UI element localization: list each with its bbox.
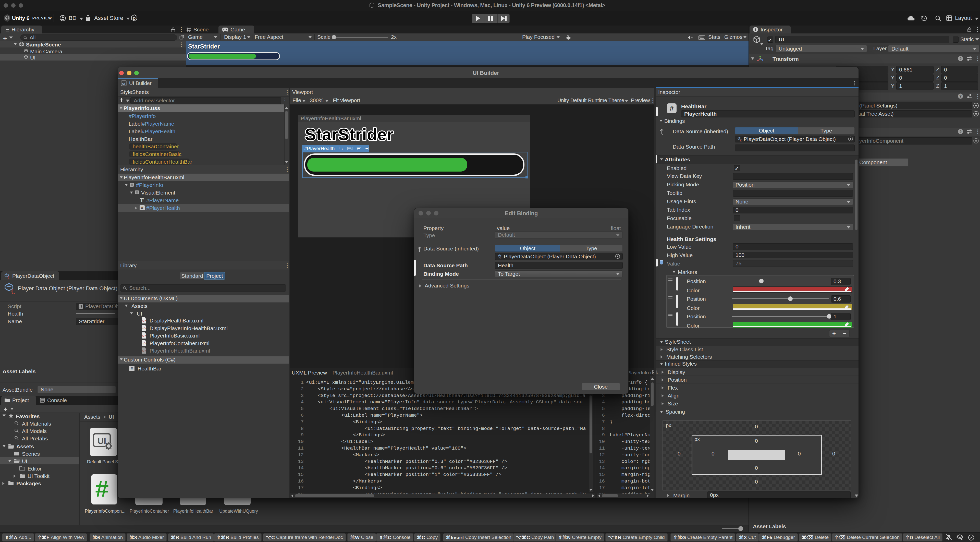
svg-text:StarStrider: StarStrider bbox=[305, 125, 393, 144]
svg-text:UI: UI bbox=[97, 436, 106, 446]
svg-text:</>: </> bbox=[142, 327, 146, 330]
svg-text:D: D bbox=[133, 16, 136, 21]
svg-text:?: ? bbox=[959, 94, 962, 98]
svg-text:{}: {} bbox=[7, 276, 10, 279]
svg-text:</>: </> bbox=[142, 342, 146, 345]
svg-text:{}: {} bbox=[11, 288, 15, 294]
svg-text:{}: {} bbox=[500, 257, 502, 259]
svg-text:{}: {} bbox=[740, 139, 742, 142]
svg-text:UI: UI bbox=[122, 82, 125, 85]
svg-text:?: ? bbox=[959, 129, 962, 134]
svg-text:?: ? bbox=[959, 56, 962, 61]
svg-text:</>: </> bbox=[142, 335, 146, 338]
svg-text:</>: </> bbox=[142, 350, 146, 352]
svg-text:</>: </> bbox=[142, 320, 146, 322]
